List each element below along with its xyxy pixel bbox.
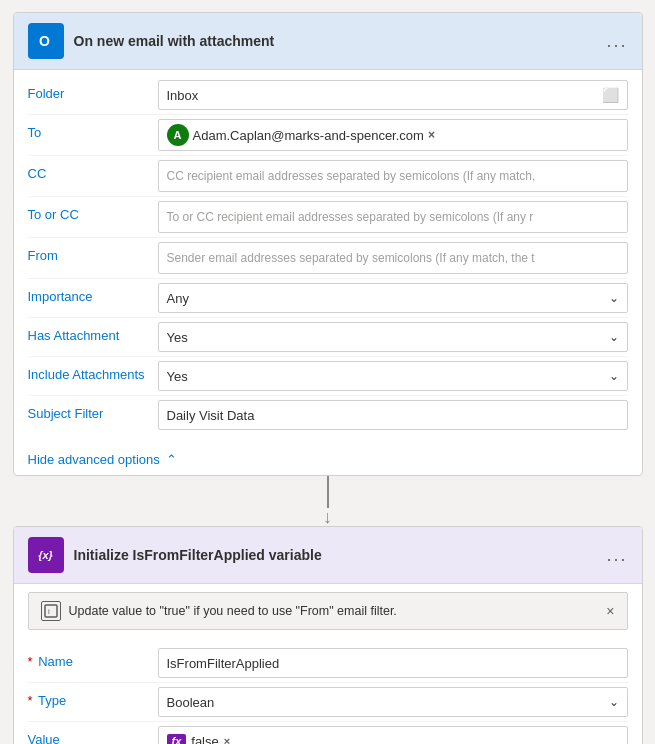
field-to: A Adam.Caplan@marks-and-spencer.com × <box>158 119 628 151</box>
from-field-wrapper[interactable]: Sender email addresses separated by semi… <box>158 242 628 274</box>
label-folder: Folder <box>28 80 158 101</box>
has-attachment-dropdown[interactable]: Yes ⌄ <box>158 322 628 352</box>
type-dropdown[interactable]: Boolean ⌄ <box>158 687 628 717</box>
label-has-attachment: Has Attachment <box>28 322 158 343</box>
form-row-importance: Importance Any ⌄ <box>28 279 628 318</box>
value-tag-wrapper[interactable]: fx false × <box>158 726 628 744</box>
card1-title: On new email with attachment <box>74 33 275 49</box>
avatar: A <box>167 124 189 146</box>
remove-email-button[interactable]: × <box>428 128 435 142</box>
field-to-or-cc: To or CC recipient email addresses separ… <box>158 201 628 233</box>
subject-filter-input[interactable] <box>158 400 628 430</box>
field-from: Sender email addresses separated by semi… <box>158 242 628 274</box>
label-cc: CC <box>28 160 158 181</box>
field-has-attachment: Yes ⌄ <box>158 322 628 352</box>
cc-placeholder: CC recipient email addresses separated b… <box>167 169 536 183</box>
value-remove-button[interactable]: × <box>224 735 230 744</box>
name-input[interactable] <box>158 648 628 678</box>
type-value: Boolean <box>167 695 609 710</box>
chevron-down-icon: ⌄ <box>609 330 619 344</box>
form-row-value: Value fx false × <box>28 722 628 744</box>
connector-arrow: ↓ <box>323 508 332 526</box>
form-row-subject-filter: Subject Filter <box>28 396 628 434</box>
to-or-cc-placeholder: To or CC recipient email addresses separ… <box>167 210 534 224</box>
chevron-down-icon: ⌄ <box>609 369 619 383</box>
label-name-text: Name <box>38 654 73 669</box>
close-banner-button[interactable]: × <box>606 603 614 619</box>
label-value: Value <box>28 726 158 744</box>
folder-value: Inbox <box>167 88 602 103</box>
folder-icon: ⬜ <box>602 87 619 103</box>
value-tag-text: false <box>191 734 218 745</box>
chevron-down-icon: ⌄ <box>609 695 619 709</box>
label-subject-filter: Subject Filter <box>28 400 158 421</box>
email-tag: A Adam.Caplan@marks-and-spencer.com × <box>167 124 435 146</box>
fx-badge: fx <box>167 734 187 744</box>
label-name: * Name <box>28 648 158 669</box>
label-include-attachments: Include Attachments <box>28 361 158 382</box>
importance-value: Any <box>167 291 609 306</box>
card2-header: {x} Initialize IsFromFilterApplied varia… <box>14 527 642 584</box>
include-attachments-dropdown[interactable]: Yes ⌄ <box>158 361 628 391</box>
field-importance: Any ⌄ <box>158 283 628 313</box>
label-from: From <box>28 242 158 263</box>
connector: ↓ <box>323 476 332 526</box>
info-icon: i <box>41 601 61 621</box>
field-folder: Inbox ⬜ <box>158 80 628 110</box>
svg-text:O: O <box>39 33 50 49</box>
form-row-cc: CC CC recipient email addresses separate… <box>28 156 628 197</box>
card1-header: O On new email with attachment ... <box>14 13 642 70</box>
form-row-from: From Sender email addresses separated by… <box>28 238 628 279</box>
chevron-up-icon: ⌃ <box>166 452 177 467</box>
info-banner-text: Update value to "true" if you need to us… <box>69 604 397 618</box>
chevron-down-icon: ⌄ <box>609 291 619 305</box>
required-star-name: * <box>28 654 33 669</box>
hide-advanced-toggle[interactable]: Hide advanced options ⌃ <box>14 444 642 475</box>
form-row-type: * Type Boolean ⌄ <box>28 683 628 722</box>
card1-more-button[interactable]: ... <box>606 31 627 52</box>
label-importance: Importance <box>28 283 158 304</box>
label-to: To <box>28 119 158 140</box>
form-row-has-attachment: Has Attachment Yes ⌄ <box>28 318 628 357</box>
svg-rect-2 <box>45 605 57 617</box>
has-attachment-value: Yes <box>167 330 609 345</box>
info-banner-left: i Update value to "true" if you need to … <box>41 601 397 621</box>
card2-form-body: * Name * Type Boolean ⌄ <box>14 638 642 744</box>
initialize-variable-card: {x} Initialize IsFromFilterApplied varia… <box>13 526 643 744</box>
field-name <box>158 648 628 678</box>
svg-text:i: i <box>48 607 50 616</box>
importance-dropdown[interactable]: Any ⌄ <box>158 283 628 313</box>
form-row-folder: Folder Inbox ⬜ <box>28 76 628 115</box>
card1-header-left: O On new email with attachment <box>28 23 275 59</box>
folder-input-wrapper[interactable]: Inbox ⬜ <box>158 80 628 110</box>
card2-icon-text: {x} <box>38 549 53 561</box>
form-row-include-attachments: Include Attachments Yes ⌄ <box>28 357 628 396</box>
label-to-or-cc: To or CC <box>28 201 158 222</box>
page-wrapper: O On new email with attachment ... Folde… <box>0 0 655 744</box>
email-trigger-card: O On new email with attachment ... Folde… <box>13 12 643 476</box>
field-include-attachments: Yes ⌄ <box>158 361 628 391</box>
card2-icon: {x} <box>28 537 64 573</box>
field-type: Boolean ⌄ <box>158 687 628 717</box>
card1-form-body: Folder Inbox ⬜ To A Adam.Caplan@marks-an… <box>14 70 642 444</box>
field-subject-filter <box>158 400 628 430</box>
from-placeholder: Sender email addresses separated by semi… <box>167 251 535 265</box>
card2-more-button[interactable]: ... <box>606 545 627 566</box>
field-value: fx false × <box>158 726 628 744</box>
email-address: Adam.Caplan@marks-and-spencer.com <box>193 128 424 143</box>
form-row-to: To A Adam.Caplan@marks-and-spencer.com × <box>28 115 628 156</box>
cc-field-wrapper[interactable]: CC recipient email addresses separated b… <box>158 160 628 192</box>
connector-line <box>327 476 329 508</box>
include-attachments-value: Yes <box>167 369 609 384</box>
form-row-name: * Name <box>28 644 628 683</box>
card1-icon: O <box>28 23 64 59</box>
label-type-text: Type <box>38 693 66 708</box>
form-row-to-or-cc: To or CC To or CC recipient email addres… <box>28 197 628 238</box>
info-banner: i Update value to "true" if you need to … <box>28 592 628 630</box>
card2-header-left: {x} Initialize IsFromFilterApplied varia… <box>28 537 322 573</box>
card2-title: Initialize IsFromFilterApplied variable <box>74 547 322 563</box>
to-or-cc-field-wrapper[interactable]: To or CC recipient email addresses separ… <box>158 201 628 233</box>
field-cc: CC recipient email addresses separated b… <box>158 160 628 192</box>
email-field-wrapper[interactable]: A Adam.Caplan@marks-and-spencer.com × <box>158 119 628 151</box>
hide-advanced-label: Hide advanced options <box>28 452 160 467</box>
